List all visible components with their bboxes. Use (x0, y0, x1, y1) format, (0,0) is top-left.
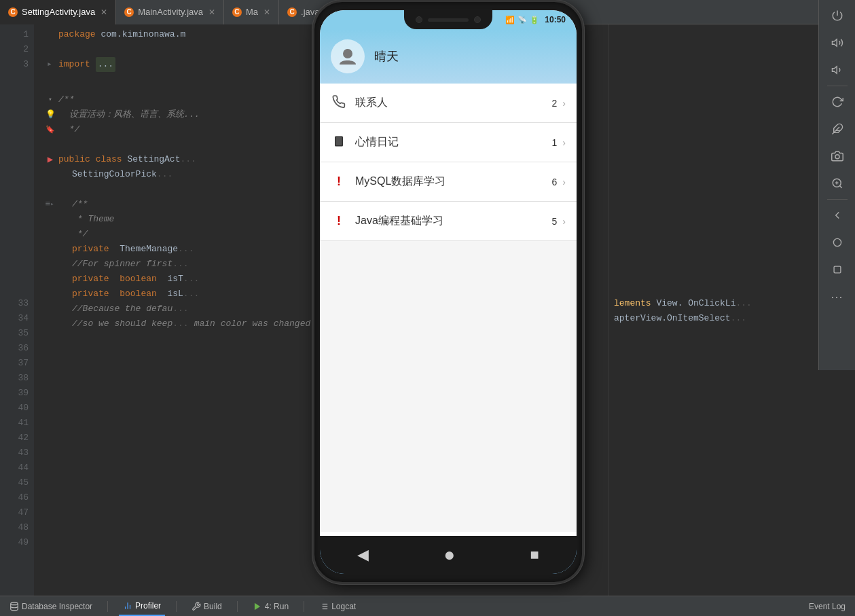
profiler-button[interactable]: Profiler (119, 596, 165, 616)
line-blank12 (0, 236, 29, 251)
more-options-button[interactable]: ··· (824, 284, 850, 310)
line-blank2 (0, 87, 29, 102)
event-log-label: Event Log (809, 602, 845, 611)
line-34: 34 (0, 311, 29, 326)
nav-recent-button[interactable]: ■ (530, 546, 539, 564)
fold-marker-41[interactable]: ▸ (50, 197, 54, 212)
line-3: 3 (0, 57, 29, 72)
phone-notch (404, 10, 492, 29)
line-33: 33 (0, 296, 29, 311)
svg-rect-13 (336, 137, 342, 145)
event-log-button[interactable]: Event Log (805, 602, 850, 611)
menu-item-java[interactable]: ! Java编程基础学习 5 › (320, 202, 577, 241)
tab-close-setting[interactable]: ✕ (101, 7, 107, 17)
phone-screen[interactable]: 📶 📡 🔋 10:50 晴天 (320, 10, 577, 574)
rotate-button[interactable] (824, 89, 850, 115)
tab-java-icon-extra: C (287, 7, 297, 17)
erase-button[interactable] (824, 116, 850, 142)
line-36: 36 (0, 341, 29, 356)
build-button[interactable]: Build (187, 596, 226, 616)
back-nav-button[interactable] (824, 202, 850, 228)
nav-back-button[interactable]: ◀ (357, 546, 369, 564)
statusbar-sep-2 (176, 601, 177, 612)
tab-java-icon-main: C (124, 7, 134, 17)
tab-main-activity[interactable]: C MainActivity.java ✕ (116, 0, 224, 24)
mysql-label: MySQL数据库学习 (355, 175, 552, 189)
volume-down-button[interactable] (824, 57, 850, 83)
gutter-icon-41: ≡ (45, 197, 50, 212)
contacts-label: 联系人 (355, 96, 552, 110)
right-code-panel: lements View. OnClickLi... apterView.OnI… (608, 24, 818, 596)
toolbar-divider-1 (827, 86, 848, 86)
line-37: 37 (0, 356, 29, 371)
java-label: Java编程基础学习 (355, 214, 552, 228)
tab-close-main[interactable]: ✕ (208, 7, 215, 17)
menu-item-contacts[interactable]: 联系人 2 › (320, 84, 577, 123)
database-inspector-button[interactable]: Database Inspector (5, 596, 96, 616)
line-numbers: 1 2 3 33 34 35 36 37 38 39 40 41 42 43 4… (0, 24, 34, 596)
line-35: 35 (0, 326, 29, 341)
diary-label: 心情日记 (355, 135, 552, 149)
run-button[interactable]: 4: Run (249, 596, 293, 616)
volume-up-button[interactable] (824, 30, 850, 56)
line-blank13 (0, 251, 29, 266)
svg-marker-19 (255, 602, 260, 610)
line-1: 1 (0, 27, 29, 42)
database-inspector-label: Database Inspector (22, 602, 92, 611)
mysql-icon: ! (331, 175, 347, 189)
line-blank7 (0, 162, 29, 177)
line-blank14 (0, 266, 29, 281)
wifi-icon: 📡 (517, 16, 527, 24)
line-blank15 (0, 281, 29, 296)
menu-item-diary[interactable]: 心情日记 1 › (320, 123, 577, 162)
notch-camera-2 (474, 16, 481, 23)
notch-camera (416, 16, 422, 23)
square-nav-button[interactable] (824, 257, 850, 283)
java-badge: 5 (552, 216, 558, 227)
statusbar-right: Event Log (805, 602, 850, 611)
line-46: 46 (0, 490, 29, 505)
fold-marker-3[interactable]: ▸ (47, 57, 52, 72)
bookmark-icon-36[interactable]: 🔖 (46, 122, 55, 137)
time-display: 10:50 (545, 15, 566, 24)
line-blank11 (0, 221, 29, 236)
tab-close-other[interactable]: ✕ (263, 7, 270, 17)
home-nav-button[interactable] (824, 230, 850, 255)
run-label: 4: Run (265, 602, 289, 611)
contacts-icon (331, 95, 347, 111)
screenshot-button[interactable] (824, 143, 850, 169)
tab-label-main: MainActivity.java (138, 7, 203, 17)
tab-setting-activity[interactable]: C SettingActivity.java ✕ (0, 0, 116, 24)
avatar (331, 39, 365, 73)
app-header: 晴天 (320, 29, 577, 84)
line-39: 39 (0, 386, 29, 401)
svg-point-11 (343, 49, 352, 58)
status-icons: 📶 📡 🔋 10:50 (505, 15, 566, 24)
logcat-button[interactable]: Logcat (315, 596, 360, 616)
mysql-arrow: › (562, 177, 566, 187)
line-48: 48 (0, 520, 29, 535)
line-blank6 (0, 147, 29, 162)
svg-marker-0 (832, 39, 837, 47)
statusbar-sep-3 (237, 601, 238, 612)
zoom-in-button[interactable] (824, 170, 850, 196)
line-38: 38 (0, 371, 29, 386)
line-41: 41 (0, 416, 29, 431)
tab-java-icon-other: C (232, 7, 242, 17)
nav-home-button[interactable]: ● (443, 544, 455, 566)
signal-icon: 📶 (505, 16, 515, 24)
power-button[interactable] (824, 3, 850, 29)
line-2: 2 (0, 42, 29, 57)
fold-open-34[interactable]: ▾ (48, 92, 52, 107)
svg-point-9 (833, 238, 841, 246)
profiler-label: Profiler (135, 601, 161, 611)
menu-item-mysql[interactable]: ! MySQL数据库学习 6 › (320, 162, 577, 202)
bulb-icon-35[interactable]: 💡 (46, 107, 56, 122)
emulator-toolbar: ··· (818, 0, 855, 370)
run-icon-38[interactable]: ▶ (48, 152, 53, 167)
tab-other[interactable]: C Ma ✕ (224, 0, 279, 24)
statusbar-sep-4 (304, 601, 304, 612)
java-arrow: › (562, 216, 566, 227)
diary-badge: 1 (552, 137, 558, 148)
svg-line-6 (839, 185, 841, 187)
